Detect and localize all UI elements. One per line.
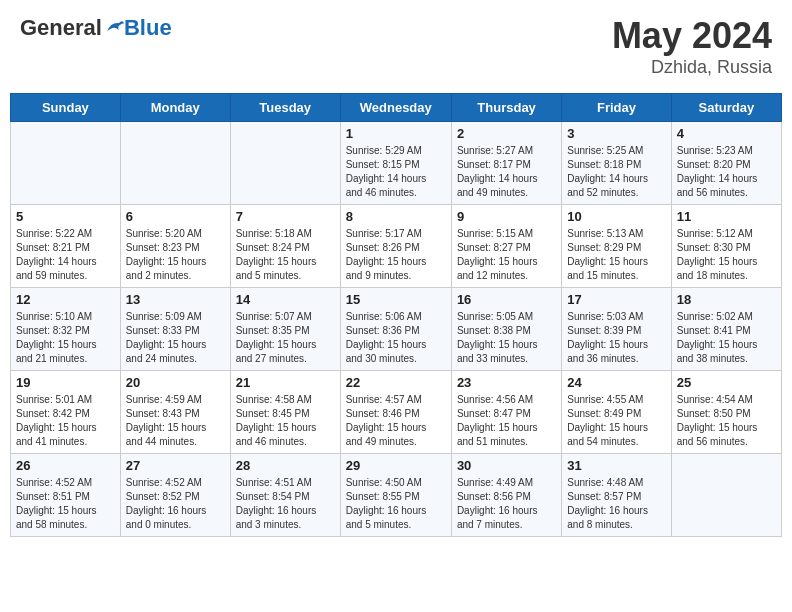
day-info: Sunrise: 4:55 AM Sunset: 8:49 PM Dayligh… <box>567 393 665 449</box>
day-number: 30 <box>457 458 556 473</box>
day-number: 25 <box>677 375 776 390</box>
day-number: 27 <box>126 458 225 473</box>
day-number: 21 <box>236 375 335 390</box>
calendar-cell: 11Sunrise: 5:12 AM Sunset: 8:30 PM Dayli… <box>671 205 781 288</box>
calendar-cell <box>230 122 340 205</box>
calendar-cell: 8Sunrise: 5:17 AM Sunset: 8:26 PM Daylig… <box>340 205 451 288</box>
calendar-header: SundayMondayTuesdayWednesdayThursdayFrid… <box>11 94 782 122</box>
day-number: 17 <box>567 292 665 307</box>
calendar-cell: 28Sunrise: 4:51 AM Sunset: 8:54 PM Dayli… <box>230 454 340 537</box>
calendar-cell: 10Sunrise: 5:13 AM Sunset: 8:29 PM Dayli… <box>562 205 671 288</box>
calendar-cell: 31Sunrise: 4:48 AM Sunset: 8:57 PM Dayli… <box>562 454 671 537</box>
calendar-cell: 4Sunrise: 5:23 AM Sunset: 8:20 PM Daylig… <box>671 122 781 205</box>
calendar-cell: 7Sunrise: 5:18 AM Sunset: 8:24 PM Daylig… <box>230 205 340 288</box>
calendar-cell: 26Sunrise: 4:52 AM Sunset: 8:51 PM Dayli… <box>11 454 121 537</box>
day-info: Sunrise: 5:29 AM Sunset: 8:15 PM Dayligh… <box>346 144 446 200</box>
day-number: 12 <box>16 292 115 307</box>
day-info: Sunrise: 4:48 AM Sunset: 8:57 PM Dayligh… <box>567 476 665 532</box>
location: Dzhida, Russia <box>612 57 772 78</box>
calendar-cell: 18Sunrise: 5:02 AM Sunset: 8:41 PM Dayli… <box>671 288 781 371</box>
weekday-row: SundayMondayTuesdayWednesdayThursdayFrid… <box>11 94 782 122</box>
day-info: Sunrise: 4:50 AM Sunset: 8:55 PM Dayligh… <box>346 476 446 532</box>
calendar-table: SundayMondayTuesdayWednesdayThursdayFrid… <box>10 93 782 537</box>
day-number: 4 <box>677 126 776 141</box>
day-info: Sunrise: 4:52 AM Sunset: 8:51 PM Dayligh… <box>16 476 115 532</box>
calendar-cell: 9Sunrise: 5:15 AM Sunset: 8:27 PM Daylig… <box>451 205 561 288</box>
calendar-cell <box>671 454 781 537</box>
day-info: Sunrise: 5:12 AM Sunset: 8:30 PM Dayligh… <box>677 227 776 283</box>
day-info: Sunrise: 5:07 AM Sunset: 8:35 PM Dayligh… <box>236 310 335 366</box>
day-number: 15 <box>346 292 446 307</box>
weekday-header-tuesday: Tuesday <box>230 94 340 122</box>
calendar-cell: 24Sunrise: 4:55 AM Sunset: 8:49 PM Dayli… <box>562 371 671 454</box>
calendar-cell: 21Sunrise: 4:58 AM Sunset: 8:45 PM Dayli… <box>230 371 340 454</box>
day-number: 5 <box>16 209 115 224</box>
day-number: 24 <box>567 375 665 390</box>
calendar-cell <box>120 122 230 205</box>
day-info: Sunrise: 5:01 AM Sunset: 8:42 PM Dayligh… <box>16 393 115 449</box>
weekday-header-friday: Friday <box>562 94 671 122</box>
calendar-cell: 25Sunrise: 4:54 AM Sunset: 8:50 PM Dayli… <box>671 371 781 454</box>
calendar-cell: 27Sunrise: 4:52 AM Sunset: 8:52 PM Dayli… <box>120 454 230 537</box>
calendar-cell: 5Sunrise: 5:22 AM Sunset: 8:21 PM Daylig… <box>11 205 121 288</box>
calendar-cell: 3Sunrise: 5:25 AM Sunset: 8:18 PM Daylig… <box>562 122 671 205</box>
weekday-header-sunday: Sunday <box>11 94 121 122</box>
day-info: Sunrise: 5:23 AM Sunset: 8:20 PM Dayligh… <box>677 144 776 200</box>
day-number: 29 <box>346 458 446 473</box>
day-info: Sunrise: 4:49 AM Sunset: 8:56 PM Dayligh… <box>457 476 556 532</box>
day-info: Sunrise: 5:15 AM Sunset: 8:27 PM Dayligh… <box>457 227 556 283</box>
calendar-cell: 22Sunrise: 4:57 AM Sunset: 8:46 PM Dayli… <box>340 371 451 454</box>
day-number: 7 <box>236 209 335 224</box>
logo-blue: Blue <box>124 15 172 41</box>
day-number: 26 <box>16 458 115 473</box>
calendar-cell: 14Sunrise: 5:07 AM Sunset: 8:35 PM Dayli… <box>230 288 340 371</box>
day-info: Sunrise: 5:06 AM Sunset: 8:36 PM Dayligh… <box>346 310 446 366</box>
day-number: 28 <box>236 458 335 473</box>
calendar-cell: 23Sunrise: 4:56 AM Sunset: 8:47 PM Dayli… <box>451 371 561 454</box>
day-info: Sunrise: 5:22 AM Sunset: 8:21 PM Dayligh… <box>16 227 115 283</box>
calendar-week-2: 5Sunrise: 5:22 AM Sunset: 8:21 PM Daylig… <box>11 205 782 288</box>
weekday-header-saturday: Saturday <box>671 94 781 122</box>
day-info: Sunrise: 5:10 AM Sunset: 8:32 PM Dayligh… <box>16 310 115 366</box>
day-info: Sunrise: 5:25 AM Sunset: 8:18 PM Dayligh… <box>567 144 665 200</box>
calendar-cell: 20Sunrise: 4:59 AM Sunset: 8:43 PM Dayli… <box>120 371 230 454</box>
calendar-week-4: 19Sunrise: 5:01 AM Sunset: 8:42 PM Dayli… <box>11 371 782 454</box>
day-info: Sunrise: 5:17 AM Sunset: 8:26 PM Dayligh… <box>346 227 446 283</box>
calendar-week-5: 26Sunrise: 4:52 AM Sunset: 8:51 PM Dayli… <box>11 454 782 537</box>
day-number: 18 <box>677 292 776 307</box>
day-info: Sunrise: 4:58 AM Sunset: 8:45 PM Dayligh… <box>236 393 335 449</box>
calendar-cell: 1Sunrise: 5:29 AM Sunset: 8:15 PM Daylig… <box>340 122 451 205</box>
day-info: Sunrise: 5:03 AM Sunset: 8:39 PM Dayligh… <box>567 310 665 366</box>
day-info: Sunrise: 4:52 AM Sunset: 8:52 PM Dayligh… <box>126 476 225 532</box>
day-info: Sunrise: 5:02 AM Sunset: 8:41 PM Dayligh… <box>677 310 776 366</box>
calendar-cell: 2Sunrise: 5:27 AM Sunset: 8:17 PM Daylig… <box>451 122 561 205</box>
calendar-week-1: 1Sunrise: 5:29 AM Sunset: 8:15 PM Daylig… <box>11 122 782 205</box>
calendar-cell: 16Sunrise: 5:05 AM Sunset: 8:38 PM Dayli… <box>451 288 561 371</box>
logo-general: General <box>20 15 102 41</box>
calendar-cell: 6Sunrise: 5:20 AM Sunset: 8:23 PM Daylig… <box>120 205 230 288</box>
day-info: Sunrise: 5:09 AM Sunset: 8:33 PM Dayligh… <box>126 310 225 366</box>
calendar-cell: 15Sunrise: 5:06 AM Sunset: 8:36 PM Dayli… <box>340 288 451 371</box>
day-info: Sunrise: 4:59 AM Sunset: 8:43 PM Dayligh… <box>126 393 225 449</box>
calendar-cell: 30Sunrise: 4:49 AM Sunset: 8:56 PM Dayli… <box>451 454 561 537</box>
day-number: 16 <box>457 292 556 307</box>
day-info: Sunrise: 5:27 AM Sunset: 8:17 PM Dayligh… <box>457 144 556 200</box>
month-year: May 2024 <box>612 15 772 57</box>
day-info: Sunrise: 5:13 AM Sunset: 8:29 PM Dayligh… <box>567 227 665 283</box>
weekday-header-monday: Monday <box>120 94 230 122</box>
weekday-header-thursday: Thursday <box>451 94 561 122</box>
calendar-cell: 17Sunrise: 5:03 AM Sunset: 8:39 PM Dayli… <box>562 288 671 371</box>
day-number: 23 <box>457 375 556 390</box>
day-number: 9 <box>457 209 556 224</box>
logo: General Blue <box>20 15 172 41</box>
day-number: 10 <box>567 209 665 224</box>
calendar-week-3: 12Sunrise: 5:10 AM Sunset: 8:32 PM Dayli… <box>11 288 782 371</box>
calendar-cell: 19Sunrise: 5:01 AM Sunset: 8:42 PM Dayli… <box>11 371 121 454</box>
day-number: 11 <box>677 209 776 224</box>
day-info: Sunrise: 4:54 AM Sunset: 8:50 PM Dayligh… <box>677 393 776 449</box>
day-number: 8 <box>346 209 446 224</box>
day-number: 2 <box>457 126 556 141</box>
calendar-cell: 29Sunrise: 4:50 AM Sunset: 8:55 PM Dayli… <box>340 454 451 537</box>
day-info: Sunrise: 5:18 AM Sunset: 8:24 PM Dayligh… <box>236 227 335 283</box>
month-title: May 2024 Dzhida, Russia <box>612 15 772 78</box>
